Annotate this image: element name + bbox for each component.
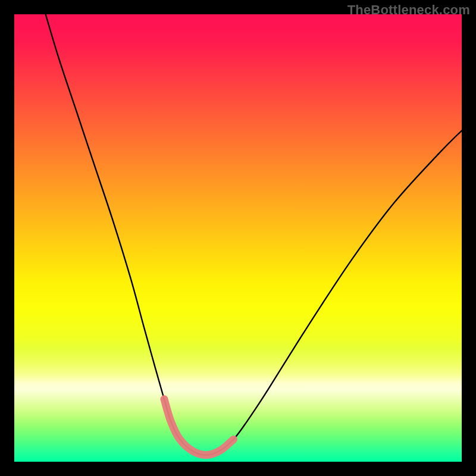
black-curve — [46, 14, 462, 455]
chart-container: TheBottleneck.com — [0, 0, 476, 476]
pink-highlight — [164, 399, 234, 455]
watermark-text: TheBottleneck.com — [347, 2, 470, 18]
plot-area — [14, 14, 462, 462]
curves-svg — [14, 14, 462, 462]
